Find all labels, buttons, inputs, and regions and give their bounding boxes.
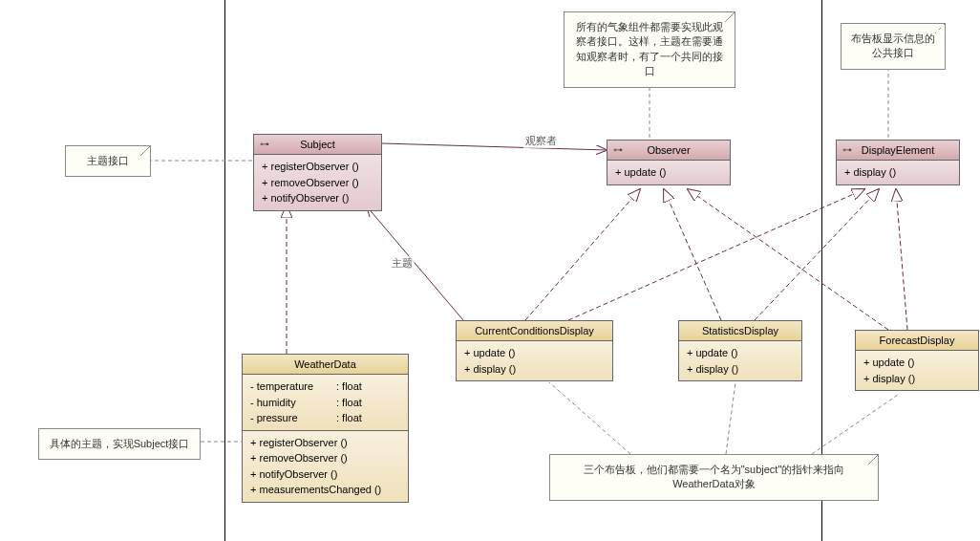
- svg-line-11: [688, 189, 888, 330]
- method: + update (): [615, 164, 722, 181]
- method: + display (): [687, 361, 794, 378]
- method: + display (): [464, 361, 605, 378]
- attr-name: - temperature: [250, 379, 336, 395]
- note-subject: 主题接口: [65, 145, 151, 177]
- svg-line-14: [726, 382, 735, 454]
- class-name: CurrentConditionsDisplay: [475, 325, 594, 336]
- class-header: ForecastDisplay: [856, 331, 978, 351]
- class-methods: + display (): [837, 161, 959, 184]
- method: + display (): [844, 164, 951, 181]
- method: + removeObserver (): [250, 450, 400, 466]
- method: + registerObserver (): [250, 435, 400, 451]
- class-header: StatisticsDisplay: [679, 321, 801, 341]
- svg-line-13: [549, 382, 630, 454]
- class-methods: + registerObserver () + removeObserver (…: [254, 155, 381, 210]
- note-text: 布告板显示信息的公共接口: [851, 32, 935, 58]
- class-forecast: ForecastDisplay + update () + display (): [855, 330, 979, 391]
- method: + update (): [863, 355, 970, 371]
- class-header: WeatherData: [243, 355, 408, 375]
- svg-line-9: [664, 189, 721, 320]
- attr-type: : float: [336, 379, 362, 395]
- class-methods: + update (): [607, 161, 730, 184]
- class-methods: + update () + display (): [679, 341, 801, 380]
- note-display: 布告板显示信息的公共接口: [841, 23, 946, 70]
- class-weatherdata: WeatherData - temperature: float - humid…: [242, 354, 409, 503]
- attr-name: - pressure: [250, 410, 336, 426]
- class-methods: + update () + display (): [457, 341, 612, 380]
- class-header: ⊶ Subject: [254, 135, 381, 155]
- method: + notifyObserver (): [262, 190, 373, 206]
- interface-icon: ⊶: [260, 139, 269, 149]
- interface-icon: ⊶: [842, 144, 852, 155]
- class-methods: + update () + display (): [856, 351, 978, 390]
- class-name: WeatherData: [294, 358, 356, 370]
- svg-line-7: [525, 189, 640, 320]
- note-text: 主题接口: [87, 155, 129, 166]
- class-header: ⊶ Observer: [607, 141, 730, 161]
- note-text: 三个布告板，他们都需要一个名为"subject"的指针来指向WeatherDat…: [584, 464, 845, 489]
- class-observer: ⊶ Observer + update (): [607, 140, 731, 185]
- class-name: Observer: [647, 144, 690, 156]
- method: + removeObserver (): [262, 175, 373, 191]
- label-observer-rel: 观察者: [523, 134, 559, 148]
- note-text: 具体的主题，实现Subject接口: [50, 438, 190, 449]
- class-name: ForecastDisplay: [880, 335, 955, 346]
- note-observer: 所有的气象组件都需要实现此观察者接口。这样，主题在需要通知观察者时，有了一个共同…: [564, 11, 735, 88]
- svg-line-6: [367, 206, 463, 320]
- svg-line-0: [382, 143, 607, 150]
- note-text: 所有的气象组件都需要实现此观察者接口。这样，主题在需要通知观察者时，有了一个共同…: [576, 21, 723, 76]
- method: + update (): [687, 345, 794, 361]
- attr-type: : float: [336, 395, 362, 411]
- note-boards: 三个布告板，他们都需要一个名为"subject"的指针来指向WeatherDat…: [549, 454, 879, 501]
- method: + measurementsChanged (): [250, 482, 400, 498]
- method: + display (): [863, 371, 970, 387]
- svg-line-15: [812, 395, 898, 454]
- class-name: DisplayElement: [862, 144, 934, 156]
- class-methods: + registerObserver () + removeObserver (…: [243, 431, 408, 502]
- method: + notifyObserver (): [250, 466, 400, 483]
- class-ccd: CurrentConditionsDisplay + update () + d…: [456, 320, 613, 381]
- interface-icon: ⊶: [613, 144, 623, 155]
- class-subject: ⊶ Subject + registerObserver () + remove…: [253, 134, 382, 211]
- lane-divider-1: [224, 0, 225, 541]
- attr-name: - humidity: [250, 395, 336, 411]
- class-header: ⊶ DisplayElement: [837, 141, 959, 161]
- svg-line-12: [896, 189, 907, 330]
- method: + registerObserver (): [262, 159, 373, 175]
- class-name: StatisticsDisplay: [702, 325, 778, 336]
- class-header: CurrentConditionsDisplay: [457, 321, 612, 341]
- method: + update (): [464, 345, 605, 361]
- note-weatherdata: 具体的主题，实现Subject接口: [38, 428, 201, 460]
- class-stats: StatisticsDisplay + update () + display …: [678, 320, 802, 381]
- class-name: Subject: [300, 139, 335, 150]
- label-subject-rel: 主题: [390, 256, 415, 270]
- class-attrs: - temperature: float - humidity: float -…: [243, 375, 408, 431]
- class-displayelement: ⊶ DisplayElement + display (): [836, 140, 960, 185]
- svg-line-8: [568, 189, 864, 320]
- svg-line-10: [755, 189, 879, 320]
- attr-type: : float: [336, 410, 362, 426]
